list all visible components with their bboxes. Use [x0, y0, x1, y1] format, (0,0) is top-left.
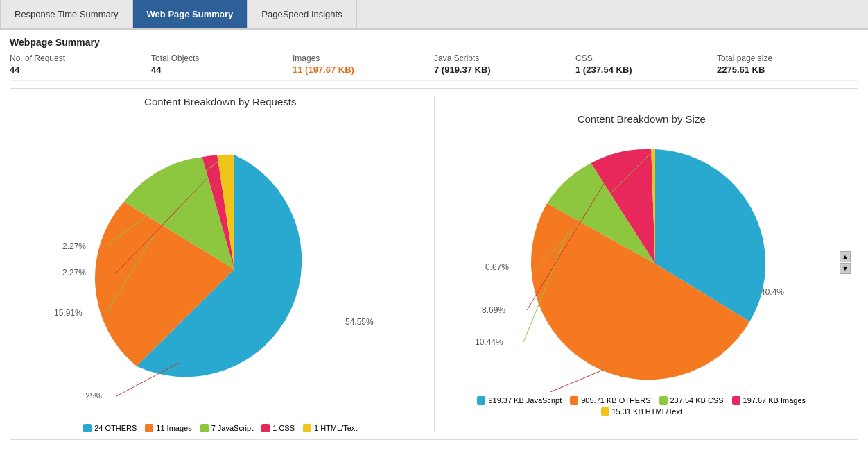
stat-total-objects: Total Objects 44 — [151, 53, 293, 75]
stat-images-label: Images — [293, 53, 434, 63]
section-title: Webpage Summary — [10, 37, 858, 48]
legend-others: 24 OTHERS — [83, 424, 137, 432]
legend-images-dot — [145, 424, 153, 432]
legend2-others: 905.71 KB OTHERS — [570, 396, 650, 405]
legend2-css-label: 237.54 KB CSS — [670, 396, 724, 405]
chart-divider — [434, 96, 435, 432]
scroll-down-button[interactable]: ▼ — [840, 263, 851, 274]
tab-web-page-summary[interactable]: Web Page Summary — [133, 0, 248, 28]
tab-web-page-summary-label: Web Page Summary — [147, 9, 234, 19]
legend2-css-dot — [659, 396, 668, 405]
tab-response-time[interactable]: Response Time Summary — [0, 0, 133, 28]
legend-html: 1 HTML/Text — [303, 424, 357, 432]
stat-requests: No. of Request 44 — [10, 53, 151, 75]
label-javascript: 15.91% — [54, 308, 83, 318]
charts-container: Content Breakdown by Requests 54.55% — [10, 88, 858, 440]
legend-html-dot — [303, 424, 311, 432]
tab-pagespeed-label: PageSpeed Insights — [261, 9, 342, 19]
chart-size-svg: 40.4% 39.8% 10.44% 8.69% 0.67% — [447, 128, 835, 392]
stat-page-size-value: 2275.61 KB — [717, 65, 858, 75]
stat-js-label: Java Scripts — [434, 53, 575, 63]
legend2-images-dot — [732, 396, 740, 405]
legend2-html-dot — [601, 407, 609, 416]
chart-requests-title: Content Breakdown by Requests — [144, 96, 296, 108]
legend2-images-label: 197.67 KB Images — [743, 396, 806, 405]
stat-page-size-label: Total page size — [717, 53, 858, 63]
legend2-html: 15.31 KB HTML/Text — [601, 407, 683, 416]
legend-javascript-dot — [200, 424, 209, 432]
legend-others-label: 24 OTHERS — [94, 424, 137, 432]
label-images: 25% — [85, 391, 102, 398]
legend2-images: 197.67 KB Images — [732, 396, 806, 405]
scroll-up-button[interactable]: ▲ — [840, 251, 851, 262]
chart-requests-svg-container: 54.55% 25% 15.91% 2.27% 2.27% — [17, 111, 424, 420]
legend-others-dot — [83, 424, 92, 432]
chart-requests-svg: 54.55% 25% 15.91% 2.27% 2.27% — [26, 134, 415, 398]
stat-requests-label: No. of Request — [10, 53, 151, 63]
stat-js: Java Scripts 7 (919.37 KB) — [434, 53, 575, 75]
stat-images-value: 11 (197.67 KB) — [293, 65, 434, 75]
label-others: 54.55% — [345, 317, 374, 327]
stat-css: CSS 1 (237.54 KB) — [575, 53, 717, 75]
legend-css-dot — [261, 424, 270, 432]
legend2-js-label: 919.37 KB JavaScript — [488, 396, 562, 405]
legend-javascript: 7 JavaScript — [200, 424, 254, 432]
legend2-js-dot — [477, 396, 485, 405]
stat-css-label: CSS — [575, 53, 717, 63]
label2-js: 40.4% — [761, 287, 784, 297]
legend2-css: 237.54 KB CSS — [659, 396, 724, 405]
label2-css: 10.44% — [475, 337, 503, 347]
legend-css: 1 CSS — [261, 424, 295, 432]
chart-size-legend: 919.37 KB JavaScript 905.71 KB OTHERS 23… — [445, 396, 839, 416]
label-html: 2.27% — [62, 241, 86, 251]
legend-images-label: 11 Images — [156, 424, 191, 432]
legend-javascript-label: 7 JavaScript — [211, 424, 254, 432]
tab-response-time-label: Response Time Summary — [15, 9, 119, 19]
stat-total-objects-value: 44 — [151, 65, 293, 75]
chart-requests-panel: Content Breakdown by Requests 54.55% — [17, 96, 424, 432]
chart-requests-legend: 24 OTHERS 11 Images 7 JavaScript 1 CSS 1… — [83, 424, 357, 432]
chart-size-svg-container: 40.4% 39.8% 10.44% 8.69% 0.67% — [445, 128, 839, 392]
main-content: Webpage Summary No. of Request 44 Total … — [0, 30, 868, 451]
chart-size-panel: Content Breakdown by Size — [445, 96, 851, 432]
stat-requests-value: 44 — [10, 65, 151, 75]
legend-css-label: 1 CSS — [272, 424, 295, 432]
line2-others — [537, 370, 603, 392]
label2-images: 8.69% — [482, 305, 505, 315]
stat-css-value: 1 (237.54 KB) — [575, 65, 717, 75]
tab-pagespeed[interactable]: PageSpeed Insights — [248, 0, 356, 28]
label-css: 2.27% — [62, 268, 86, 278]
tab-bar: Response Time Summary Web Page Summary P… — [0, 0, 868, 30]
legend2-html-label: 15.31 KB HTML/Text — [612, 407, 683, 416]
stat-js-value: 7 (919.37 KB) — [434, 65, 575, 75]
stat-page-size: Total page size 2275.61 KB — [717, 53, 858, 75]
stat-total-objects-label: Total Objects — [151, 53, 293, 63]
legend-images: 11 Images — [145, 424, 191, 432]
chart-size-title: Content Breakdown by Size — [578, 113, 706, 125]
stats-row: No. of Request 44 Total Objects 44 Image… — [10, 53, 858, 81]
stat-images: Images 11 (197.67 KB) — [293, 53, 434, 75]
label2-html: 0.67% — [485, 262, 509, 272]
legend2-js: 919.37 KB JavaScript — [477, 396, 562, 405]
legend2-others-label: 905.71 KB OTHERS — [581, 396, 650, 405]
legend2-others-dot — [570, 396, 578, 405]
legend-html-label: 1 HTML/Text — [314, 424, 357, 432]
